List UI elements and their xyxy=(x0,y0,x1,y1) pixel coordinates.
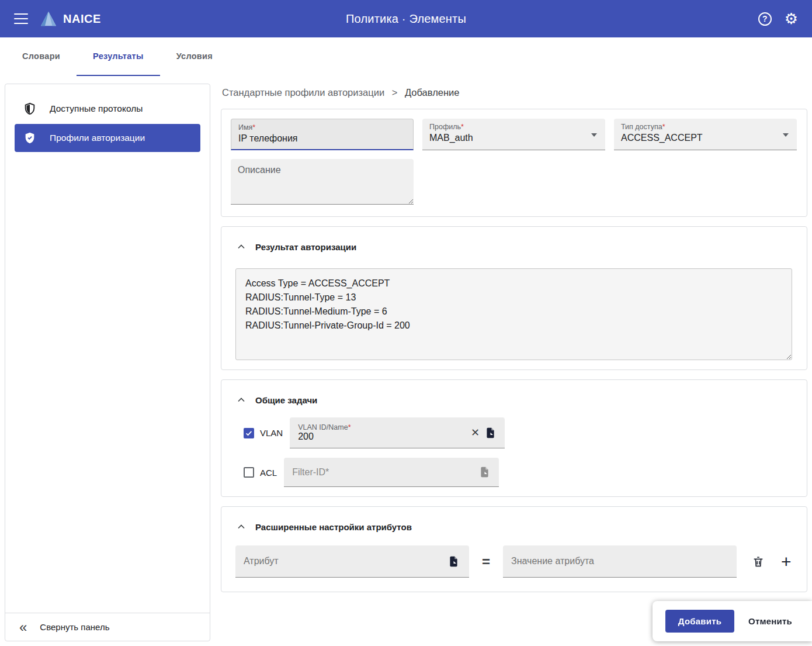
add-row-button[interactable]: + xyxy=(778,552,795,571)
attribute-value-field[interactable] xyxy=(503,545,737,578)
collapse-panel-button[interactable]: « Свернуть панель xyxy=(5,613,210,641)
required-asterisk: * xyxy=(252,123,255,132)
vlan-checkbox[interactable] xyxy=(244,428,254,438)
plus-icon: + xyxy=(781,552,792,571)
sidebar-item-label: Доступные протоколы xyxy=(50,103,143,114)
submit-button[interactable]: Добавить xyxy=(665,610,734,633)
cancel-button[interactable]: Отменить xyxy=(740,610,800,633)
shield-check-icon xyxy=(23,131,37,145)
attribute-input[interactable] xyxy=(244,556,445,566)
acl-task-row: ACL xyxy=(244,458,797,487)
main-content: Стандартные профили авторизации > Добавл… xyxy=(221,84,807,646)
vlan-id-field-label: VLAN ID/Name* xyxy=(298,423,469,431)
vlan-id-input[interactable] xyxy=(298,431,469,442)
attribute-field[interactable] xyxy=(235,545,469,578)
name-field-label: Имя* xyxy=(238,123,406,132)
profile-select-value: MAB_auth xyxy=(429,133,598,143)
top-app-bar: NAICE Политика · Элементы ? ⚙ xyxy=(0,0,812,37)
profile-form-card: Имя* Профиль* MAB_auth Тип доступа* ACCE… xyxy=(221,109,807,217)
profile-select-label: Профиль* xyxy=(429,123,598,131)
filter-id-field[interactable] xyxy=(284,458,499,487)
authorization-result-section: Результат авторизации Access Type = ACCE… xyxy=(221,226,807,370)
settings-gear-icon[interactable]: ⚙ xyxy=(785,11,798,26)
clear-button[interactable]: ✕ xyxy=(469,425,482,440)
common-tasks-section: Общие задачи VLAN VLAN ID/Name* ✕ xyxy=(221,379,807,497)
sidebar-item-auth-profiles[interactable]: Профили авторизации xyxy=(15,124,200,152)
section-title: Расширенные настройки атрибутов xyxy=(255,522,412,532)
description-textarea[interactable] xyxy=(231,159,414,205)
profile-select[interactable]: Профиль* MAB_auth xyxy=(422,119,605,150)
tab-results[interactable]: Результаты xyxy=(77,37,160,76)
breadcrumb-current: Добавление xyxy=(405,87,459,98)
vlan-task-row: VLAN VLAN ID/Name* ✕ xyxy=(244,417,797,448)
trash-icon xyxy=(752,555,765,568)
required-asterisk: * xyxy=(461,123,464,131)
app-logo: NAICE xyxy=(40,11,101,27)
top-tabs: Словари Результаты Условия xyxy=(0,37,812,76)
chevron-up-icon[interactable] xyxy=(235,394,247,406)
name-field[interactable]: Имя* xyxy=(231,119,414,150)
filter-id-input[interactable] xyxy=(292,467,476,478)
chevron-down-icon xyxy=(591,133,597,137)
shield-icon xyxy=(23,102,37,116)
authorization-result-textarea[interactable]: Access Type = ACCESS_ACCEPT RADIUS:Tunne… xyxy=(235,268,792,360)
section-title: Общие задачи xyxy=(255,395,317,405)
vlan-id-field[interactable]: VLAN ID/Name* ✕ xyxy=(290,417,505,448)
breadcrumb: Стандартные профили авторизации > Добавл… xyxy=(222,87,807,98)
equals-sign: = xyxy=(482,554,490,570)
required-asterisk: * xyxy=(662,123,665,131)
pick-from-dictionary-button[interactable] xyxy=(476,464,493,481)
attribute-row: = + xyxy=(235,545,797,578)
close-icon: ✕ xyxy=(471,427,480,438)
vlan-label: VLAN xyxy=(260,428,283,438)
required-asterisk: * xyxy=(348,423,351,431)
breadcrumb-parent[interactable]: Стандартные профили авторизации xyxy=(222,87,384,98)
delete-row-button[interactable] xyxy=(749,553,767,571)
brand-name: NAICE xyxy=(63,12,101,26)
chevron-up-icon[interactable] xyxy=(235,241,247,253)
access-type-select-value: ACCESS_ACCEPT xyxy=(621,133,790,143)
help-icon[interactable]: ? xyxy=(758,12,772,26)
breadcrumb-separator: > xyxy=(392,87,398,98)
section-title: Результат авторизации xyxy=(255,242,356,252)
acl-label: ACL xyxy=(260,468,277,478)
pick-from-dictionary-button[interactable] xyxy=(482,424,499,441)
chevron-up-icon[interactable] xyxy=(235,521,247,533)
sidebar-item-available-protocols[interactable]: Доступные протоколы xyxy=(15,95,200,123)
attribute-value-input[interactable] xyxy=(511,556,730,566)
double-chevron-left-icon: « xyxy=(19,620,27,634)
logo-triangle-icon xyxy=(40,11,57,27)
collapse-panel-label: Свернуть панель xyxy=(40,622,109,632)
chevron-down-icon xyxy=(783,133,789,137)
pick-from-dictionary-button[interactable] xyxy=(445,553,462,570)
access-type-select-label: Тип доступа* xyxy=(621,123,790,131)
tab-conditions[interactable]: Условия xyxy=(160,37,229,76)
access-type-select[interactable]: Тип доступа* ACCESS_ACCEPT xyxy=(614,119,797,150)
menu-icon[interactable] xyxy=(14,13,28,24)
acl-checkbox[interactable] xyxy=(244,467,254,478)
name-input[interactable] xyxy=(238,133,406,144)
advanced-attributes-section: Расширенные настройки атрибутов xyxy=(221,506,807,592)
sidebar-item-label: Профили авторизации xyxy=(50,133,145,143)
document-icon xyxy=(447,555,460,568)
document-icon xyxy=(484,427,497,439)
page-title: Политика · Элементы xyxy=(346,12,466,26)
tab-dictionaries[interactable]: Словари xyxy=(6,37,77,76)
action-bar: Добавить Отменить xyxy=(653,601,812,641)
sidebar: Доступные протоколы Профили авторизации … xyxy=(5,84,210,641)
document-icon xyxy=(478,466,491,478)
